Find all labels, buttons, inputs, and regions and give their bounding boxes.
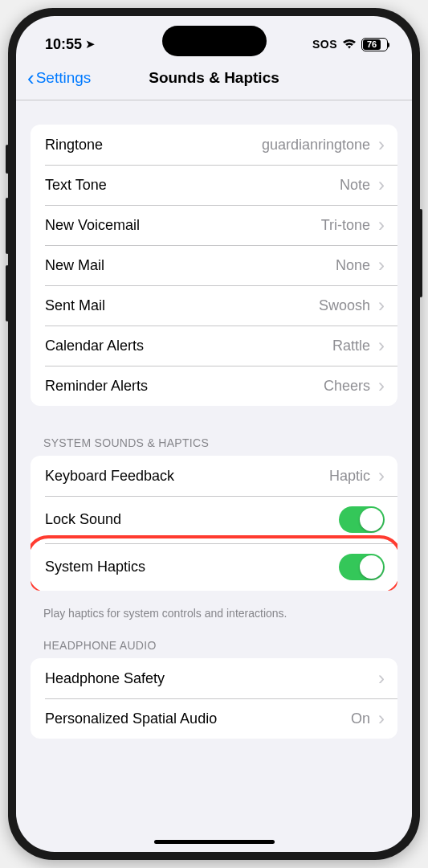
- phone-frame: 10:55 ➤ SOS 76 ‹ Settings Sounds & Hapti…: [8, 8, 420, 860]
- status-time: 10:55: [45, 36, 82, 53]
- back-button[interactable]: ‹ Settings: [27, 68, 91, 88]
- row-calendar-alerts[interactable]: Calendar AlertsRattle›: [31, 326, 397, 366]
- battery-icon: 76: [361, 38, 388, 51]
- dynamic-island: [162, 26, 267, 56]
- chevron-right-icon: ›: [378, 256, 385, 275]
- system-sounds-header: System Sounds & Haptics: [16, 417, 412, 456]
- row-spatial-audio[interactable]: Personalized Spatial AudioOn›: [31, 698, 397, 739]
- lock-sound-toggle[interactable]: [339, 506, 385, 533]
- row-keyboard-feedback[interactable]: Keyboard FeedbackHaptic›: [31, 456, 397, 496]
- row-new-mail[interactable]: New MailNone›: [31, 245, 397, 285]
- headphone-audio-header: Headphone Audio: [16, 620, 412, 658]
- page-title: Sounds & Haptics: [149, 69, 279, 87]
- row-lock-sound: Lock Sound: [31, 496, 397, 543]
- row-system-haptics: System Haptics: [31, 543, 397, 591]
- chevron-right-icon: ›: [378, 296, 385, 315]
- system-haptics-footer: Play haptics for system controls and int…: [16, 602, 412, 620]
- row-headphone-safety[interactable]: Headphone Safety›: [31, 658, 397, 698]
- power-button[interactable]: [419, 209, 422, 297]
- headphone-audio-section: Headphone Safety› Personalized Spatial A…: [31, 658, 397, 739]
- silent-switch[interactable]: [6, 145, 9, 174]
- chevron-right-icon: ›: [378, 466, 385, 485]
- volume-up-button[interactable]: [6, 198, 9, 254]
- row-reminder-alerts[interactable]: Reminder AlertsCheers›: [31, 366, 397, 406]
- row-sent-mail[interactable]: Sent MailSwoosh›: [31, 285, 397, 326]
- chevron-left-icon: ‹: [27, 68, 35, 88]
- back-label: Settings: [36, 69, 92, 87]
- chevron-right-icon: ›: [378, 175, 385, 194]
- location-arrow-icon: ➤: [85, 37, 96, 51]
- chevron-right-icon: ›: [378, 709, 385, 728]
- chevron-right-icon: ›: [378, 669, 385, 688]
- content-scroll[interactable]: Ringtoneguardianringtone› Text ToneNote›…: [16, 100, 412, 840]
- row-text-tone[interactable]: Text ToneNote›: [31, 165, 397, 205]
- row-new-voicemail[interactable]: New VoicemailTri-tone›: [31, 205, 397, 245]
- nav-bar: ‹ Settings Sounds & Haptics: [16, 59, 412, 100]
- home-indicator[interactable]: [154, 840, 275, 844]
- wifi-icon: [342, 39, 357, 50]
- sounds-section: Ringtoneguardianringtone› Text ToneNote›…: [31, 125, 397, 406]
- chevron-right-icon: ›: [378, 135, 385, 154]
- sos-indicator: SOS: [312, 38, 337, 51]
- screen: 10:55 ➤ SOS 76 ‹ Settings Sounds & Hapti…: [16, 16, 412, 852]
- row-ringtone[interactable]: Ringtoneguardianringtone›: [31, 125, 397, 165]
- system-haptics-toggle[interactable]: [339, 554, 385, 580]
- chevron-right-icon: ›: [378, 376, 385, 395]
- system-sounds-section: Keyboard FeedbackHaptic› Lock Sound Syst…: [31, 456, 397, 591]
- volume-down-button[interactable]: [6, 265, 9, 321]
- chevron-right-icon: ›: [378, 215, 385, 235]
- chevron-right-icon: ›: [378, 336, 385, 355]
